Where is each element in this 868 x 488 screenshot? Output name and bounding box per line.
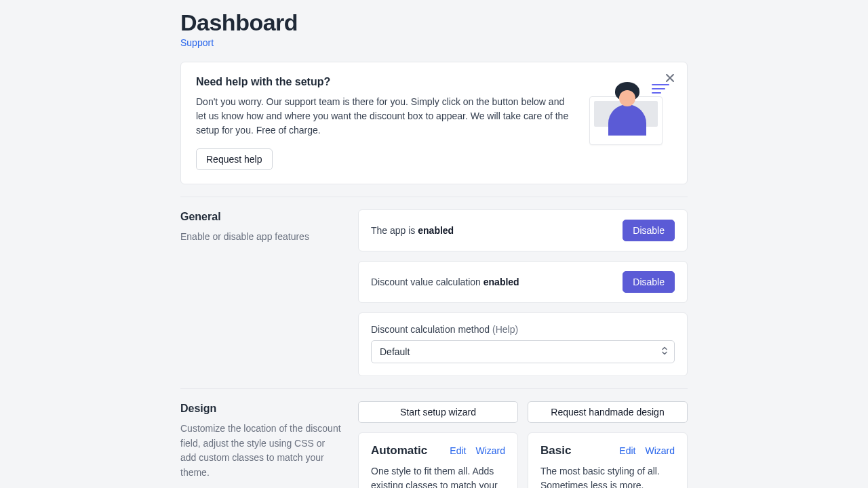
page-title: Dashboard [180, 9, 688, 36]
app-enabled-row: The app is enabled Disable [358, 209, 688, 251]
discount-method-select[interactable]: Default [371, 340, 675, 363]
discount-calc-status-text: Discount value calculation enabled [371, 277, 519, 287]
discount-calc-row: Discount value calculation enabled Disab… [358, 261, 688, 303]
disable-app-button[interactable]: Disable [623, 220, 675, 241]
discount-method-help-link[interactable]: (Help) [492, 324, 518, 335]
divider [180, 197, 688, 197]
design-card-desc: One style to fit them all. Adds existing… [371, 464, 505, 488]
request-help-button[interactable]: Request help [196, 148, 273, 170]
help-heading: Need help with the setup? [196, 76, 570, 88]
discount-method-card: Discount calculation method (Help) Defau… [358, 312, 688, 376]
design-heading: Design [180, 403, 342, 415]
section-general: General Enable or disable app features T… [180, 209, 688, 376]
request-handmade-design-button[interactable]: Request handmade design [528, 401, 688, 423]
help-banner: Need help with the setup? Don't you worr… [180, 62, 688, 184]
general-description: Enable or disable app features [180, 230, 342, 245]
start-setup-wizard-button[interactable]: Start setup wizard [358, 401, 518, 423]
support-link[interactable]: Support [180, 37, 214, 48]
edit-link[interactable]: Edit [450, 445, 466, 456]
close-icon[interactable] [663, 70, 677, 87]
app-status-text: The app is enabled [371, 225, 454, 236]
wizard-link[interactable]: Wizard [475, 445, 505, 456]
design-description: Customize the location of the discount f… [180, 422, 342, 481]
support-illustration [587, 80, 668, 148]
edit-link[interactable]: Edit [619, 445, 635, 456]
general-heading: General [180, 211, 342, 223]
discount-method-label: Discount calculation method [371, 324, 490, 335]
design-card-desc: The most basic styling of all. Sometimes… [540, 464, 675, 488]
design-card-title: Basic [540, 444, 610, 458]
wizard-link[interactable]: Wizard [645, 445, 675, 456]
design-card-basic: Basic Edit Wizard The most basic styling… [528, 432, 688, 488]
design-card-automatic: Automatic Edit Wizard One style to fit t… [358, 432, 518, 488]
disable-discount-calc-button[interactable]: Disable [623, 271, 675, 293]
help-body: Don't you worry. Our support team is the… [196, 95, 570, 138]
design-card-title: Automatic [371, 444, 440, 458]
divider [180, 388, 688, 389]
section-design: Design Customize the location of the dis… [180, 401, 688, 488]
